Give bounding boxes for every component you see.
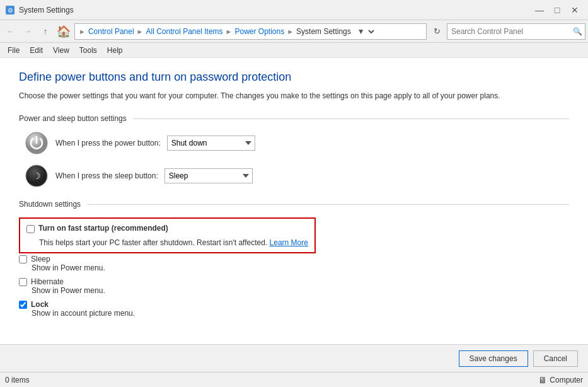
sleep-button-label: When I press the sleep button: [55,171,158,180]
power-button-label: When I press the power button: [55,139,161,147]
search-icon: 🔍 [570,27,585,36]
fast-startup-checkbox[interactable] [26,225,35,233]
power-section-title: Power and sleep button settings [19,114,127,123]
fast-startup-sub: This helps start your PC faster after sh… [39,238,308,247]
window-controls: — □ ✕ [531,2,583,18]
footer-bar: Save changes Cancel [0,344,588,372]
save-button[interactable]: Save changes [459,350,528,367]
power-button-row: When I press the power button: Shut down… [25,132,569,154]
address-bar: ← → ↑ 🏠 ► Control Panel ► All Control Pa… [0,20,588,43]
shell-icon: 🏠 [57,25,71,38]
fast-startup-row: Turn on fast startup (recommended) [26,224,308,233]
sleep-button-icon: ☽ [25,165,48,187]
shutdown-section: Shutdown settings Turn on fast startup (… [19,200,569,323]
learn-more-link[interactable]: Learn More [270,238,308,247]
back-button[interactable]: ← [3,24,18,39]
status-right: 🖥 Computer [538,375,583,385]
status-bar: 0 items 🖥 Computer [0,372,588,387]
page-title: Define power buttons and turn on passwor… [19,71,569,84]
lock-setting-label: Lock [31,300,49,309]
main-content: Define power buttons and turn on passwor… [0,58,588,344]
menu-help[interactable]: Help [102,45,128,56]
section-divider [133,118,569,119]
window-icon: ⚙ [5,5,15,15]
title-bar: ⚙ System Settings — □ ✕ [0,0,588,20]
shutdown-section-title: Shutdown settings [19,200,81,209]
hibernate-setting-checkbox[interactable] [19,278,27,286]
menu-view[interactable]: View [48,45,74,56]
sleep-setting-checkbox[interactable] [19,255,27,263]
breadcrumb-all-items[interactable]: All Control Panel Items [146,27,223,36]
window-title: System Settings [19,6,531,14]
search-input[interactable] [447,27,570,36]
breadcrumb-dropdown[interactable]: ▼ [354,26,376,37]
lock-setting-checkbox[interactable] [19,301,27,309]
minimize-button[interactable]: — [531,2,548,18]
refresh-button[interactable]: ↻ [429,24,444,39]
svg-text:☽: ☽ [33,171,41,181]
up-button[interactable]: ↑ [38,24,53,39]
shutdown-section-header: Shutdown settings [19,200,569,209]
breadcrumb-power-options[interactable]: Power Options [234,27,284,36]
breadcrumb-current: System Settings [296,27,351,36]
lock-setting-sub: Show in account picture menu. [32,309,569,318]
power-button-icon [25,132,48,154]
menu-edit[interactable]: Edit [25,45,48,56]
fast-startup-label: Turn on fast startup (recommended) [38,224,168,233]
sleep-button-select[interactable]: Sleep Hibernate Shut down Turn off the d… [164,168,253,183]
power-button-select[interactable]: Shut down Sleep Hibernate Turn off the d… [167,136,255,151]
computer-icon: 🖥 [538,375,547,385]
cancel-button[interactable]: Cancel [533,350,578,367]
shutdown-divider [87,204,569,205]
computer-label: Computer [550,376,583,384]
forward-button[interactable]: → [20,24,35,39]
sleep-setting-row: Sleep Show in Power menu. [19,255,569,272]
menu-tools[interactable]: Tools [74,45,102,56]
close-button[interactable]: ✕ [567,2,583,18]
maximize-button[interactable]: □ [549,2,565,18]
svg-text:⚙: ⚙ [8,7,13,14]
items-count: 0 items [5,376,538,384]
breadcrumb: ► Control Panel ► All Control Panel Item… [74,23,427,40]
fast-startup-highlighted: Turn on fast startup (recommended) This … [19,217,316,253]
hibernate-setting-label: Hibernate [31,277,64,286]
power-section-header: Power and sleep button settings [19,114,569,123]
sleep-setting-label: Sleep [31,255,50,263]
breadcrumb-control-panel[interactable]: Control Panel [88,27,134,36]
search-box: 🔍 [447,23,585,40]
sleep-button-row: ☽ When I press the sleep button: Sleep H… [25,165,569,187]
hibernate-setting-sub: Show in Power menu. [32,286,569,295]
hibernate-setting-row: Hibernate Show in Power menu. [19,277,569,295]
menu-bar: File Edit View Tools Help [0,43,588,58]
sleep-setting-sub: Show in Power menu. [32,263,569,272]
menu-file[interactable]: File [3,45,25,56]
page-description: Choose the power settings that you want … [19,90,569,101]
lock-setting-row: Lock Show in account picture menu. [19,300,569,318]
